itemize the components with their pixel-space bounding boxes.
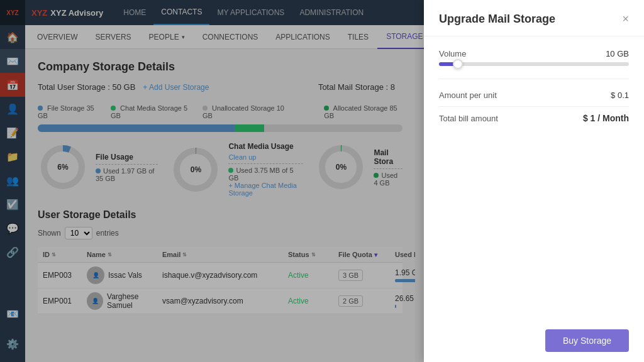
total-bill-label: Total bill amount: [439, 114, 498, 123]
buy-storage-button[interactable]: Buy Storage: [545, 329, 629, 352]
total-bill-value: $ 1 / Month: [583, 113, 629, 123]
volume-slider-container: [439, 62, 629, 66]
modal-footer: Buy Storage: [424, 319, 644, 362]
amount-per-unit-label: Amount per unit: [439, 90, 497, 100]
volume-label: Volume: [439, 49, 466, 58]
modal-title: Upgrade Mail Storage: [439, 13, 555, 26]
modal-header: Upgrade Mail Storage ×: [424, 0, 644, 36]
total-bill-row: Total bill amount $ 1 / Month: [439, 107, 629, 129]
volume-row: Volume 10 GB: [439, 49, 629, 58]
slider-thumb[interactable]: [453, 59, 463, 69]
volume-field: Volume 10 GB: [439, 49, 629, 66]
amount-per-unit-value: $ 0.1: [611, 90, 629, 100]
upgrade-mail-storage-modal: Upgrade Mail Storage × Volume 10 GB Amou…: [424, 0, 644, 362]
divider-1: [439, 79, 629, 79]
modal-body: Volume 10 GB Amount per unit $ 0.1 Total…: [424, 36, 644, 319]
close-button[interactable]: ×: [622, 13, 629, 26]
volume-slider-track[interactable]: [439, 62, 629, 66]
volume-value: 10 GB: [606, 49, 629, 58]
amount-per-unit-row: Amount per unit $ 0.1: [439, 84, 629, 107]
